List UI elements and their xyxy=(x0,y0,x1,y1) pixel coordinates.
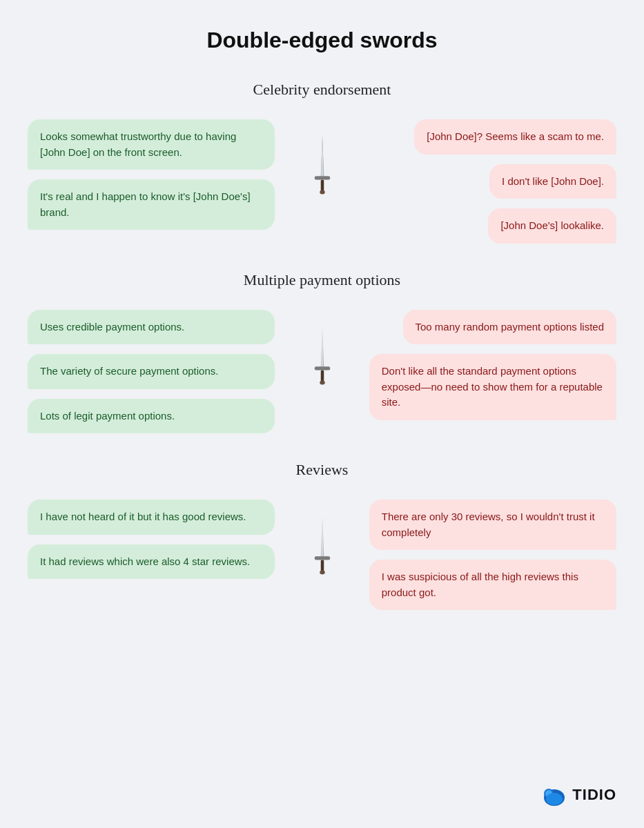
svg-point-4 xyxy=(320,190,325,195)
chat-area-payment: Uses credible payment options. The varie… xyxy=(28,310,616,434)
sword-payment xyxy=(295,310,350,386)
svg-point-12 xyxy=(320,571,325,575)
left-bubbles-payment: Uses credible payment options. The varie… xyxy=(28,310,275,434)
left-bubbles-celebrity: Looks somewhat trustworthy due to having… xyxy=(28,119,275,230)
svg-marker-9 xyxy=(320,516,324,558)
svg-point-16 xyxy=(546,793,563,805)
section-title-celebrity: Celebrity endorsement xyxy=(28,81,616,99)
section-title-reviews: Reviews xyxy=(28,461,616,479)
section-reviews: Reviews I have not heard of it but it ha… xyxy=(28,461,616,610)
svg-rect-3 xyxy=(320,180,324,192)
logo-area: TIDIO xyxy=(542,782,616,807)
svg-point-8 xyxy=(320,380,325,384)
svg-marker-1 xyxy=(320,136,324,177)
bubble-green-payment-2: Lots of legit payment options. xyxy=(28,399,275,434)
bubble-pink-payment-1: Don't like all the standard payment opti… xyxy=(369,354,616,420)
right-bubbles-payment: Too many random payment options listed D… xyxy=(369,310,616,420)
page: Double-edged swords Celebrity endorsemen… xyxy=(0,0,644,828)
sword-celebrity xyxy=(295,119,350,195)
bubble-green-payment-1: The variety of secure payment options. xyxy=(28,354,275,389)
svg-rect-6 xyxy=(314,366,330,370)
section-title-payment: Multiple payment options xyxy=(28,271,616,289)
right-bubbles-reviews: There are only 30 reviews, so I wouldn't… xyxy=(369,500,616,610)
bubble-pink-payment-0: Too many random payment options listed xyxy=(403,310,616,345)
svg-rect-11 xyxy=(320,560,324,572)
right-bubbles-celebrity: [John Doe]? Seems like a scam to me. I d… xyxy=(369,119,616,244)
bubble-green-celebrity-0: Looks somewhat trustworthy due to having… xyxy=(28,119,275,170)
bubble-pink-celebrity-2: [John Doe's] lookalike. xyxy=(488,208,616,244)
svg-marker-5 xyxy=(320,326,324,367)
section-payment: Multiple payment options Uses credible p… xyxy=(28,271,616,434)
chat-area-reviews: I have not heard of it but it has good r… xyxy=(28,500,616,610)
bubble-green-celebrity-1: It's real and I happen to know it's [Joh… xyxy=(28,179,275,230)
svg-rect-2 xyxy=(314,176,330,179)
chat-area-celebrity: Looks somewhat trustworthy due to having… xyxy=(28,119,616,244)
left-bubbles-reviews: I have not heard of it but it has good r… xyxy=(28,500,275,579)
logo-text: TIDIO xyxy=(572,786,616,804)
bubble-pink-reviews-0: There are only 30 reviews, so I wouldn't… xyxy=(369,500,616,550)
tidio-logo-icon xyxy=(542,782,567,807)
page-title: Double-edged swords xyxy=(28,28,616,53)
bubble-pink-celebrity-0: [John Doe]? Seems like a scam to me. xyxy=(414,119,616,155)
bubble-pink-reviews-1: I was suspicious of all the high reviews… xyxy=(369,560,616,610)
bubble-green-reviews-0: I have not heard of it but it has good r… xyxy=(28,500,275,535)
bubble-green-reviews-1: It had reviews which were also 4 star re… xyxy=(28,544,275,580)
svg-rect-10 xyxy=(314,556,330,560)
sword-reviews xyxy=(295,500,350,575)
bubble-green-payment-0: Uses credible payment options. xyxy=(28,310,275,345)
section-celebrity: Celebrity endorsement Looks somewhat tru… xyxy=(28,81,616,244)
bubble-pink-celebrity-1: I don't like [John Doe]. xyxy=(489,164,616,199)
svg-rect-7 xyxy=(320,370,324,382)
